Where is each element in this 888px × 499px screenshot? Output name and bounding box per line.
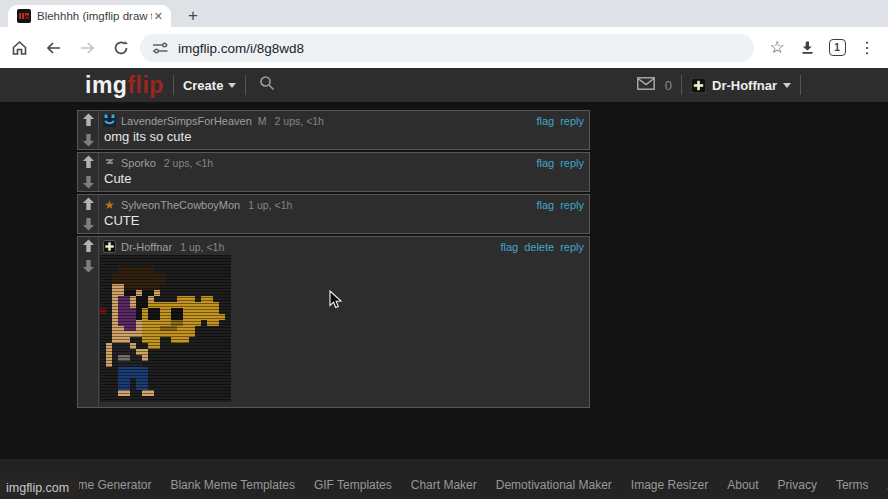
plus-avatar-icon bbox=[103, 240, 116, 253]
comment-image[interactable] bbox=[100, 255, 231, 402]
comment-meta: 2 ups, <1h bbox=[275, 115, 324, 127]
downvote-button[interactable] bbox=[82, 259, 95, 277]
chevron-down-icon bbox=[228, 83, 236, 88]
comment-meta: 1 up, <1h bbox=[180, 241, 224, 253]
flag-link[interactable]: flag bbox=[536, 199, 554, 211]
comment-text: Cute bbox=[99, 169, 589, 191]
separator bbox=[245, 75, 246, 95]
comment-body: Dr-Hoffnar1 up, <1hflagdeletereply bbox=[99, 237, 589, 407]
comment-badge: M bbox=[258, 115, 267, 127]
downvote-button[interactable] bbox=[82, 133, 95, 151]
logo-img-part: img bbox=[85, 72, 127, 98]
upvote-button[interactable] bbox=[82, 155, 95, 173]
footer-link[interactable]: GIF Templates bbox=[314, 478, 392, 492]
reply-link[interactable]: reply bbox=[560, 241, 584, 253]
create-label: Create bbox=[183, 78, 223, 93]
separator bbox=[800, 75, 801, 95]
reply-link[interactable]: reply bbox=[560, 157, 584, 169]
footer-link[interactable]: Terms bbox=[836, 478, 869, 492]
comment-header: Dr-Hoffnar1 up, <1hflagdeletereply bbox=[99, 237, 589, 253]
reply-link[interactable]: reply bbox=[560, 199, 584, 211]
upvote-button[interactable] bbox=[82, 239, 95, 257]
separator bbox=[681, 75, 682, 95]
comment-header: LavenderSimpsForHeavenM2 ups, <1hflagrep… bbox=[99, 111, 589, 127]
comment-actions: flagreply bbox=[536, 199, 584, 211]
comment-body: Sporko2 ups, <1hflagreplyCute bbox=[99, 153, 589, 191]
address-bar[interactable]: imgflip.com/i/8g8wd8 bbox=[140, 34, 754, 62]
downvote-button[interactable] bbox=[82, 217, 95, 235]
extension-badge[interactable]: 1 bbox=[822, 33, 852, 63]
vote-column bbox=[78, 153, 99, 191]
lightning-avatar-icon bbox=[103, 156, 116, 169]
comment-row: Dr-Hoffnar1 up, <1hflagdeletereply bbox=[77, 236, 590, 408]
footer-link[interactable]: Chart Maker bbox=[411, 478, 477, 492]
star-avatar-icon: ★ bbox=[103, 198, 116, 211]
footer-links: Imgflip ProGIF MakerMeme GeneratorBlank … bbox=[0, 478, 888, 492]
messages-count[interactable]: 0 bbox=[665, 78, 672, 93]
bookmark-star-icon[interactable]: ☆ bbox=[762, 33, 792, 63]
menu-dots-icon[interactable]: ⋮ bbox=[852, 33, 882, 63]
comment-text: CUTE bbox=[99, 211, 589, 233]
create-button[interactable]: Create bbox=[183, 78, 236, 93]
comments-section: LavenderSimpsForHeavenM2 ups, <1hflagrep… bbox=[77, 110, 590, 410]
comment-body: LavenderSimpsForHeavenM2 ups, <1hflagrep… bbox=[99, 111, 589, 149]
comment-text: omg its so cute bbox=[99, 127, 589, 149]
flag-link[interactable]: flag bbox=[536, 115, 554, 127]
close-icon[interactable]: ✕ bbox=[152, 10, 165, 23]
reply-link[interactable]: reply bbox=[560, 115, 584, 127]
search-icon[interactable] bbox=[259, 75, 275, 95]
comment-actions: flagreply bbox=[536, 115, 584, 127]
vote-column bbox=[78, 237, 99, 407]
user-avatar bbox=[691, 78, 706, 93]
page-content: LavenderSimpsForHeavenM2 ups, <1hflagrep… bbox=[0, 102, 888, 459]
separator bbox=[173, 75, 174, 95]
chevron-down-icon bbox=[783, 83, 791, 88]
footer-link[interactable]: Privacy bbox=[778, 478, 817, 492]
flag-link[interactable]: flag bbox=[536, 157, 554, 169]
comment-meta: 1 up, <1h bbox=[248, 199, 292, 211]
user-name: Dr-Hoffnar bbox=[712, 78, 777, 93]
new-tab-button[interactable]: + bbox=[181, 4, 205, 28]
footer-link[interactable]: About bbox=[727, 478, 758, 492]
delete-link[interactable]: delete bbox=[524, 241, 554, 253]
back-icon[interactable] bbox=[38, 33, 68, 63]
tab-strip: Blehhhh (imgflip draw tool i ✕ + bbox=[0, 0, 888, 27]
url-text[interactable]: imgflip.com/i/8g8wd8 bbox=[178, 41, 304, 56]
extension-badge-count: 1 bbox=[829, 39, 846, 56]
browser-tab[interactable]: Blehhhh (imgflip draw tool i ✕ bbox=[8, 5, 171, 27]
comment-actions: flagreply bbox=[536, 157, 584, 169]
tab-title: Blehhhh (imgflip draw tool i bbox=[37, 10, 152, 22]
svg-text:★: ★ bbox=[104, 198, 115, 211]
upvote-button[interactable] bbox=[82, 197, 95, 215]
forward-icon[interactable] bbox=[72, 33, 102, 63]
home-icon[interactable] bbox=[4, 33, 34, 63]
imgflip-logo[interactable]: imgflip bbox=[85, 72, 164, 99]
user-menu[interactable]: Dr-Hoffnar bbox=[691, 78, 791, 93]
messages-icon[interactable] bbox=[637, 76, 655, 94]
comment-username[interactable]: LavenderSimpsForHeaven bbox=[121, 115, 252, 127]
imgflip-header: imgflip Create 0 Dr-Hoffnar bbox=[0, 68, 888, 102]
comment-header: ★SylveonTheCowboyMon1 up, <1hflagreply bbox=[99, 195, 589, 211]
footer-link[interactable]: Image Resizer bbox=[631, 478, 708, 492]
comment-username[interactable]: Dr-Hoffnar bbox=[121, 241, 172, 253]
comment-username[interactable]: SylveonTheCowboyMon bbox=[121, 199, 240, 211]
comment-body: ★SylveonTheCowboyMon1 up, <1hflagreplyCU… bbox=[99, 195, 589, 233]
footer-link[interactable]: Blank Meme Templates bbox=[170, 478, 295, 492]
site-footer: Imgflip ProGIF MakerMeme GeneratorBlank … bbox=[0, 459, 888, 499]
footer-link[interactable]: Demotivational Maker bbox=[496, 478, 612, 492]
flag-link[interactable]: flag bbox=[500, 241, 518, 253]
downvote-button[interactable] bbox=[82, 175, 95, 193]
download-icon[interactable] bbox=[792, 33, 822, 63]
vote-column bbox=[78, 111, 99, 149]
tune-icon[interactable] bbox=[152, 41, 168, 55]
smiley-avatar-icon bbox=[103, 114, 116, 127]
comment-header: Sporko2 ups, <1hflagreply bbox=[99, 153, 589, 169]
comment-username[interactable]: Sporko bbox=[121, 157, 156, 169]
browser-window: Blehhhh (imgflip draw tool i ✕ + imgflip… bbox=[0, 0, 888, 499]
logo-flip-part: flip bbox=[127, 72, 164, 98]
comment-row: ★SylveonTheCowboyMon1 up, <1hflagreplyCU… bbox=[77, 194, 590, 234]
upvote-button[interactable] bbox=[82, 113, 95, 131]
comment-row: LavenderSimpsForHeavenM2 ups, <1hflagrep… bbox=[77, 110, 590, 150]
reload-icon[interactable] bbox=[106, 33, 136, 63]
imgflip-favicon-icon bbox=[17, 9, 31, 23]
